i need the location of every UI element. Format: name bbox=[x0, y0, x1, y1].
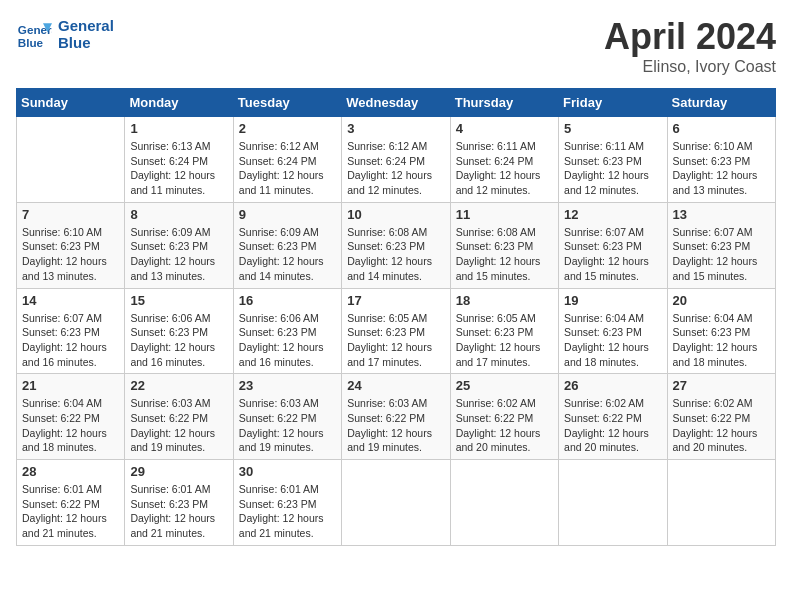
day-info: Sunrise: 6:05 AM Sunset: 6:23 PM Dayligh… bbox=[456, 311, 553, 370]
weekday-header-friday: Friday bbox=[559, 89, 667, 117]
day-number: 26 bbox=[564, 378, 661, 393]
day-number: 23 bbox=[239, 378, 336, 393]
day-info: Sunrise: 6:01 AM Sunset: 6:23 PM Dayligh… bbox=[130, 482, 227, 541]
day-info: Sunrise: 6:09 AM Sunset: 6:23 PM Dayligh… bbox=[239, 225, 336, 284]
calendar-cell: 7Sunrise: 6:10 AM Sunset: 6:23 PM Daylig… bbox=[17, 202, 125, 288]
calendar-cell: 6Sunrise: 6:10 AM Sunset: 6:23 PM Daylig… bbox=[667, 117, 775, 203]
calendar-cell: 18Sunrise: 6:05 AM Sunset: 6:23 PM Dayli… bbox=[450, 288, 558, 374]
calendar-cell: 26Sunrise: 6:02 AM Sunset: 6:22 PM Dayli… bbox=[559, 374, 667, 460]
day-info: Sunrise: 6:02 AM Sunset: 6:22 PM Dayligh… bbox=[564, 396, 661, 455]
calendar-title: April 2024 bbox=[604, 16, 776, 58]
logo-blue: Blue bbox=[58, 34, 114, 51]
calendar-cell: 20Sunrise: 6:04 AM Sunset: 6:23 PM Dayli… bbox=[667, 288, 775, 374]
calendar-cell: 1Sunrise: 6:13 AM Sunset: 6:24 PM Daylig… bbox=[125, 117, 233, 203]
day-info: Sunrise: 6:03 AM Sunset: 6:22 PM Dayligh… bbox=[239, 396, 336, 455]
day-info: Sunrise: 6:07 AM Sunset: 6:23 PM Dayligh… bbox=[564, 225, 661, 284]
day-number: 20 bbox=[673, 293, 770, 308]
calendar-cell: 5Sunrise: 6:11 AM Sunset: 6:23 PM Daylig… bbox=[559, 117, 667, 203]
calendar-cell: 17Sunrise: 6:05 AM Sunset: 6:23 PM Dayli… bbox=[342, 288, 450, 374]
day-number: 17 bbox=[347, 293, 444, 308]
day-number: 4 bbox=[456, 121, 553, 136]
calendar-cell: 21Sunrise: 6:04 AM Sunset: 6:22 PM Dayli… bbox=[17, 374, 125, 460]
day-info: Sunrise: 6:10 AM Sunset: 6:23 PM Dayligh… bbox=[22, 225, 119, 284]
day-number: 28 bbox=[22, 464, 119, 479]
calendar-cell: 14Sunrise: 6:07 AM Sunset: 6:23 PM Dayli… bbox=[17, 288, 125, 374]
day-info: Sunrise: 6:05 AM Sunset: 6:23 PM Dayligh… bbox=[347, 311, 444, 370]
day-number: 18 bbox=[456, 293, 553, 308]
calendar-week-3: 21Sunrise: 6:04 AM Sunset: 6:22 PM Dayli… bbox=[17, 374, 776, 460]
calendar-cell: 23Sunrise: 6:03 AM Sunset: 6:22 PM Dayli… bbox=[233, 374, 341, 460]
calendar-cell bbox=[17, 117, 125, 203]
calendar-cell: 29Sunrise: 6:01 AM Sunset: 6:23 PM Dayli… bbox=[125, 460, 233, 546]
day-info: Sunrise: 6:01 AM Sunset: 6:22 PM Dayligh… bbox=[22, 482, 119, 541]
svg-text:Blue: Blue bbox=[18, 36, 44, 49]
day-number: 3 bbox=[347, 121, 444, 136]
day-info: Sunrise: 6:07 AM Sunset: 6:23 PM Dayligh… bbox=[22, 311, 119, 370]
title-block: April 2024 Elinso, Ivory Coast bbox=[604, 16, 776, 76]
logo-general: General bbox=[58, 17, 114, 34]
calendar-week-0: 1Sunrise: 6:13 AM Sunset: 6:24 PM Daylig… bbox=[17, 117, 776, 203]
weekday-header-wednesday: Wednesday bbox=[342, 89, 450, 117]
day-info: Sunrise: 6:12 AM Sunset: 6:24 PM Dayligh… bbox=[347, 139, 444, 198]
day-number: 21 bbox=[22, 378, 119, 393]
header: General Blue General Blue April 2024 Eli… bbox=[16, 16, 776, 76]
day-number: 2 bbox=[239, 121, 336, 136]
day-number: 6 bbox=[673, 121, 770, 136]
day-number: 16 bbox=[239, 293, 336, 308]
calendar-cell bbox=[342, 460, 450, 546]
calendar-week-1: 7Sunrise: 6:10 AM Sunset: 6:23 PM Daylig… bbox=[17, 202, 776, 288]
day-info: Sunrise: 6:11 AM Sunset: 6:23 PM Dayligh… bbox=[564, 139, 661, 198]
day-info: Sunrise: 6:03 AM Sunset: 6:22 PM Dayligh… bbox=[130, 396, 227, 455]
day-number: 12 bbox=[564, 207, 661, 222]
calendar-table: SundayMondayTuesdayWednesdayThursdayFrid… bbox=[16, 88, 776, 546]
day-number: 11 bbox=[456, 207, 553, 222]
day-number: 15 bbox=[130, 293, 227, 308]
day-info: Sunrise: 6:01 AM Sunset: 6:23 PM Dayligh… bbox=[239, 482, 336, 541]
weekday-header-monday: Monday bbox=[125, 89, 233, 117]
calendar-week-2: 14Sunrise: 6:07 AM Sunset: 6:23 PM Dayli… bbox=[17, 288, 776, 374]
day-number: 10 bbox=[347, 207, 444, 222]
calendar-cell: 3Sunrise: 6:12 AM Sunset: 6:24 PM Daylig… bbox=[342, 117, 450, 203]
day-number: 24 bbox=[347, 378, 444, 393]
calendar-week-4: 28Sunrise: 6:01 AM Sunset: 6:22 PM Dayli… bbox=[17, 460, 776, 546]
day-info: Sunrise: 6:06 AM Sunset: 6:23 PM Dayligh… bbox=[130, 311, 227, 370]
day-info: Sunrise: 6:12 AM Sunset: 6:24 PM Dayligh… bbox=[239, 139, 336, 198]
day-info: Sunrise: 6:07 AM Sunset: 6:23 PM Dayligh… bbox=[673, 225, 770, 284]
calendar-cell: 16Sunrise: 6:06 AM Sunset: 6:23 PM Dayli… bbox=[233, 288, 341, 374]
day-number: 25 bbox=[456, 378, 553, 393]
calendar-cell: 24Sunrise: 6:03 AM Sunset: 6:22 PM Dayli… bbox=[342, 374, 450, 460]
day-number: 8 bbox=[130, 207, 227, 222]
day-number: 22 bbox=[130, 378, 227, 393]
day-info: Sunrise: 6:02 AM Sunset: 6:22 PM Dayligh… bbox=[456, 396, 553, 455]
calendar-cell bbox=[559, 460, 667, 546]
calendar-cell: 22Sunrise: 6:03 AM Sunset: 6:22 PM Dayli… bbox=[125, 374, 233, 460]
day-info: Sunrise: 6:09 AM Sunset: 6:23 PM Dayligh… bbox=[130, 225, 227, 284]
calendar-cell bbox=[667, 460, 775, 546]
weekday-header-thursday: Thursday bbox=[450, 89, 558, 117]
day-number: 29 bbox=[130, 464, 227, 479]
day-number: 9 bbox=[239, 207, 336, 222]
weekday-header-sunday: Sunday bbox=[17, 89, 125, 117]
day-info: Sunrise: 6:04 AM Sunset: 6:22 PM Dayligh… bbox=[22, 396, 119, 455]
logo-icon: General Blue bbox=[16, 16, 52, 52]
day-info: Sunrise: 6:10 AM Sunset: 6:23 PM Dayligh… bbox=[673, 139, 770, 198]
calendar-cell: 11Sunrise: 6:08 AM Sunset: 6:23 PM Dayli… bbox=[450, 202, 558, 288]
day-number: 7 bbox=[22, 207, 119, 222]
logo: General Blue General Blue bbox=[16, 16, 114, 52]
calendar-cell: 25Sunrise: 6:02 AM Sunset: 6:22 PM Dayli… bbox=[450, 374, 558, 460]
day-info: Sunrise: 6:06 AM Sunset: 6:23 PM Dayligh… bbox=[239, 311, 336, 370]
calendar-cell: 2Sunrise: 6:12 AM Sunset: 6:24 PM Daylig… bbox=[233, 117, 341, 203]
day-number: 13 bbox=[673, 207, 770, 222]
weekday-header-tuesday: Tuesday bbox=[233, 89, 341, 117]
calendar-cell: 28Sunrise: 6:01 AM Sunset: 6:22 PM Dayli… bbox=[17, 460, 125, 546]
day-number: 5 bbox=[564, 121, 661, 136]
day-info: Sunrise: 6:08 AM Sunset: 6:23 PM Dayligh… bbox=[456, 225, 553, 284]
weekday-header-saturday: Saturday bbox=[667, 89, 775, 117]
day-number: 19 bbox=[564, 293, 661, 308]
day-number: 1 bbox=[130, 121, 227, 136]
day-info: Sunrise: 6:13 AM Sunset: 6:24 PM Dayligh… bbox=[130, 139, 227, 198]
calendar-cell: 10Sunrise: 6:08 AM Sunset: 6:23 PM Dayli… bbox=[342, 202, 450, 288]
calendar-cell bbox=[450, 460, 558, 546]
day-info: Sunrise: 6:04 AM Sunset: 6:23 PM Dayligh… bbox=[564, 311, 661, 370]
day-info: Sunrise: 6:03 AM Sunset: 6:22 PM Dayligh… bbox=[347, 396, 444, 455]
